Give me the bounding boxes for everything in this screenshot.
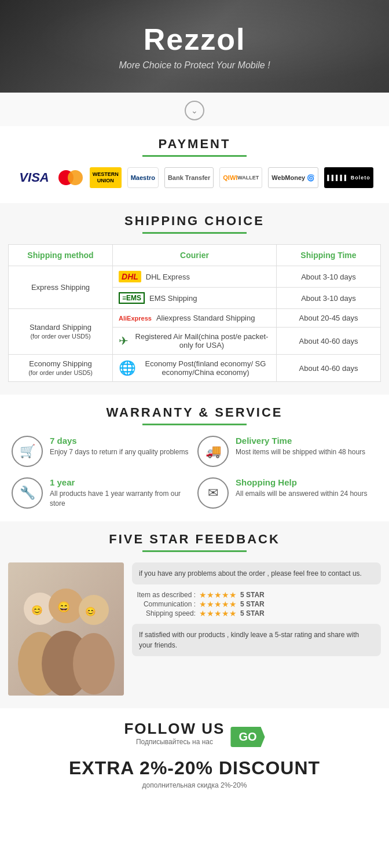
brand-title: Rezzol [144, 22, 246, 57]
visa-logo: VISA [16, 167, 52, 188]
feedback-underline [142, 550, 247, 552]
people-image: 😊 😄 😊 [8, 562, 124, 696]
warranty-underline [142, 424, 247, 425]
warranty-item-1year: 🔧 1 year All products have 1 year warran… [12, 477, 192, 509]
rating-row-comm: Communication : ★★★★★ 5 STAR [132, 599, 381, 609]
follow-title-block: FOLLOW US Подписывайтесь на нас [124, 720, 225, 754]
svg-point-6 [73, 633, 115, 694]
warranty-item-shopping-help: ✉ Shopping Help All emails will be answe… [197, 477, 377, 509]
follow-section: FOLLOW US Подписывайтесь на нас GO EXTRA… [0, 708, 389, 803]
hero-banner: Rezzol More Choice to Protect Your Mobil… [0, 0, 389, 93]
tools-icon: 🔧 [12, 477, 43, 509]
dhl-time: About 3-10 days [276, 266, 380, 288]
speech-text-bottom: If satisfied with our products , kindly … [139, 631, 359, 649]
shipping-col-courier: Courier [113, 245, 277, 266]
ems-time: About 3-10 days [276, 288, 380, 309]
ems-logo: ≡EMS [119, 292, 145, 304]
feedback-section: FIVE STAR FEEDBACK [0, 521, 389, 708]
economy-courier-cell: 🌐 Economy Post(finland economy/ SG econo… [113, 355, 277, 382]
chevron-section: ⌄ [0, 93, 389, 126]
warranty-section: WARRANTY & SERVICE 🛒 7 days Enjoy 7 days… [0, 395, 389, 521]
warranty-help-title: Shopping Help [236, 477, 377, 487]
un-icon: 🌐 [119, 360, 136, 376]
shipping-col-time: Shipping Time [276, 245, 380, 266]
ali-time: About 20-45 days [276, 309, 380, 328]
dhl-courier-cell: DHL DHL Express [113, 266, 277, 288]
payment-logos: VISA WESTERNUNION Maestro Bank Transfer … [12, 167, 377, 188]
payment-title: PAYMENT [12, 137, 377, 152]
ratings-container: Item as described : ★★★★★ 5 STAR Communi… [132, 590, 381, 618]
warranty-delivery-desc: Most items will be shipped within 48 hou… [236, 447, 377, 457]
rating-row-ship: Shipping speed: ★★★★★ 5 STAR [132, 609, 381, 618]
svg-text:😊: 😊 [85, 606, 96, 617]
economy-time: About 40-60 days [276, 355, 380, 382]
express-shipping-method: Express Shipping [9, 266, 113, 309]
discount-subtitle: дополнительная скидка 2%-20% [12, 781, 377, 789]
stars-comm: ★★★★★ [199, 599, 237, 609]
rating-row-item: Item as described : ★★★★★ 5 STAR [132, 590, 381, 599]
warranty-1year-text: 1 year All products have 1 year warranty… [50, 477, 192, 509]
economy-name: Economy Post(finland economy/ SG economy… [141, 359, 270, 377]
table-row: Economy Shipping(for order under USD5) 🌐… [9, 355, 381, 382]
star-count-comm: 5 STAR [240, 600, 265, 608]
warranty-delivery-text: Delivery Time Most items will be shipped… [236, 436, 377, 457]
discount-text: EXTRA 2%-20% DISCOUNT [12, 757, 377, 779]
follow-title: FOLLOW US [124, 720, 225, 738]
table-row: Express Shipping DHL DHL Express About 3… [9, 266, 381, 288]
warranty-title: WARRANTY & SERVICE [12, 405, 377, 420]
svg-text:😊: 😊 [31, 605, 43, 616]
warranty-1year-desc: All products have 1 year warranty from o… [50, 489, 192, 509]
airmail-icon: ✈ [119, 334, 129, 348]
warranty-7days-text: 7 days Enjoy 7 days to return if any qua… [50, 436, 192, 457]
warranty-grid: 🛒 7 days Enjoy 7 days to return if any q… [12, 436, 377, 509]
stars-ship: ★★★★★ [199, 609, 237, 618]
payment-section: PAYMENT VISA WESTERNUNION Maestro Bank T… [0, 126, 389, 201]
ems-courier-cell: ≡EMS EMS Shipping [113, 288, 277, 309]
dhl-logo: DHL [119, 271, 141, 282]
warranty-help-text: Shopping Help All emails will be answere… [236, 477, 377, 499]
dhl-name: DHL Express [146, 273, 190, 281]
go-badge[interactable]: GO [230, 727, 265, 747]
warranty-help-desc: All emails will be answered within 24 ho… [236, 489, 377, 499]
airmail-time: About 40-60 days [276, 328, 380, 355]
warranty-7days-desc: Enjoy 7 days to return if any quality pr… [50, 447, 192, 457]
feedback-right-panel: if you have any problems about the order… [132, 562, 381, 696]
star-count-ship: 5 STAR [240, 609, 265, 617]
qiwi-logo: QIWIWALLET [219, 167, 262, 188]
rating-label-item: Item as described : [132, 591, 196, 599]
rating-label-comm: Communication : [132, 600, 196, 608]
airmail-courier-cell: ✈ Registered Air Mail(china post/e packe… [113, 328, 277, 355]
rating-label-ship: Shipping speed: [132, 609, 196, 617]
table-row: Standard Shipping(for order over USD5) A… [9, 309, 381, 328]
mastercard-logo [58, 169, 84, 186]
boleto-logo: ▌▌▌▌▌ Boleto [324, 167, 373, 188]
economy-shipping-method: Economy Shipping(for order under USD5) [9, 355, 113, 382]
airmail-name: Registered Air Mail(china post/e packet-… [133, 332, 270, 350]
warranty-item-7days: 🛒 7 days Enjoy 7 days to return if any q… [12, 436, 192, 467]
stars-item: ★★★★★ [199, 590, 237, 599]
warranty-delivery-title: Delivery Time [236, 436, 377, 446]
western-union-logo: WESTERNUNION [90, 167, 122, 188]
feedback-content: 😊 😄 😊 if you have any problems about the… [8, 562, 381, 696]
speech-bubble-bottom: If satisfied with our products , kindly … [132, 624, 381, 656]
feedback-photo: 😊 😄 😊 [8, 562, 124, 696]
payment-underline [142, 155, 247, 157]
follow-subtitle: Подписывайтесь на нас [124, 738, 225, 746]
speech-bubble-top: if you have any problems about the order… [132, 562, 381, 584]
star-count-item: 5 STAR [240, 591, 265, 599]
standard-shipping-method: Standard Shipping(for order over USD5) [9, 309, 113, 355]
svg-text:😄: 😄 [57, 601, 71, 613]
cart-icon: 🛒 [12, 436, 43, 467]
webmoney-logo: WebMoney 🌀 [268, 167, 318, 188]
warranty-7days-title: 7 days [50, 436, 192, 446]
email-icon: ✉ [197, 477, 229, 509]
ems-name: EMS Shipping [149, 294, 197, 303]
ali-name: Aliexpress Standard Shipping [156, 314, 255, 322]
shipping-table: Shipping method Courier Shipping Time Ex… [8, 244, 381, 382]
maestro-logo: Maestro [127, 167, 159, 188]
hero-subtitle: More Choice to Protect Your Mobile ! [119, 60, 270, 71]
warranty-1year-title: 1 year [50, 477, 192, 487]
follow-row: FOLLOW US Подписывайтесь на нас GO [12, 720, 377, 754]
speech-text-top: if you have any problems about the order… [139, 569, 362, 578]
shipping-underline [142, 232, 247, 234]
